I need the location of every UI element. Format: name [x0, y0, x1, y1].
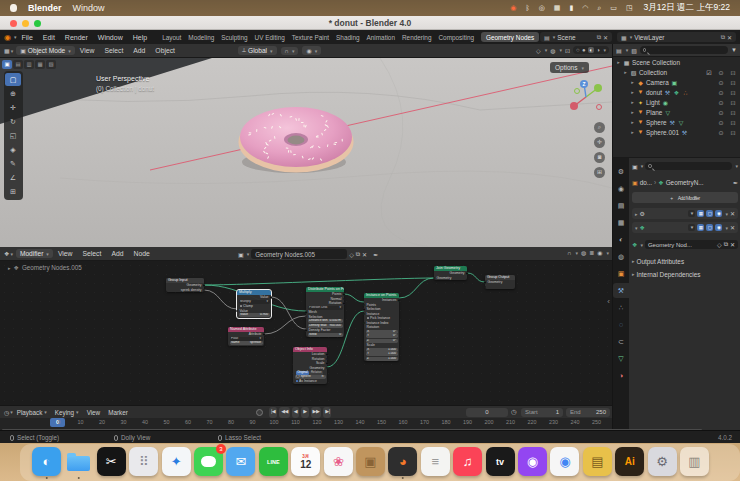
- node-named-attribute[interactable]: Named AttributeAttributeFloat▾Namesprink…: [228, 327, 264, 346]
- control-center-icon[interactable]: ◳: [626, 0, 633, 16]
- workspace-tab-texture-paint[interactable]: Texture Paint: [292, 34, 329, 41]
- editor-type-icon[interactable]: ◷: [4, 409, 9, 416]
- spotlight-icon[interactable]: ⌕: [597, 0, 601, 16]
- display-mode-icon[interactable]: ▤: [616, 47, 622, 54]
- camera-view-icon[interactable]: ◙: [594, 152, 605, 163]
- node-object-info[interactable]: Object InfoLocationRotationScaleGeometry…: [293, 347, 327, 384]
- edit-mode-display-toggle[interactable]: ▼: [688, 210, 695, 217]
- select-mode-subtract[interactable]: ▥: [24, 60, 34, 69]
- input-socket[interactable]: [236, 310, 239, 313]
- overlays-icon[interactable]: ◍: [550, 47, 555, 54]
- expand-icon[interactable]: ▸: [630, 79, 635, 85]
- transform-tool[interactable]: ◈: [5, 143, 21, 156]
- scale-tool[interactable]: ◱: [5, 129, 21, 142]
- display-icon[interactable]: ▭: [610, 0, 617, 16]
- menubar-clock[interactable]: 3月12日 週二 上午9:22: [644, 2, 730, 14]
- select-mode-invert[interactable]: ▦: [35, 60, 45, 69]
- tab-tool[interactable]: ⚙: [613, 164, 629, 179]
- dock-folder-icon[interactable]: [64, 447, 93, 476]
- tab-modifiers[interactable]: ⚒: [613, 283, 629, 298]
- solid-shading-icon[interactable]: ●: [582, 47, 586, 53]
- node-group-input[interactable]: Group InputGeometrysprink density: [166, 278, 204, 292]
- topbar-menu-help[interactable]: Help: [133, 34, 147, 41]
- screen-recording-icon[interactable]: ◉: [510, 0, 516, 16]
- node-tree-icon[interactable]: ❖: [632, 241, 637, 248]
- tab-view-layer[interactable]: ▦: [613, 215, 629, 230]
- window-titlebar[interactable]: * donut - Blender 4.0: [0, 16, 740, 30]
- tab-object-data[interactable]: ▽: [613, 351, 629, 366]
- fake-user-icon[interactable]: ◇: [349, 251, 354, 258]
- gizmos-icon[interactable]: ◇: [536, 47, 541, 54]
- annotate-tool[interactable]: ✎: [5, 157, 21, 170]
- expand-icon[interactable]: ▸: [630, 129, 635, 135]
- input-socket[interactable]: [363, 322, 366, 325]
- properties-search-input[interactable]: [645, 162, 732, 170]
- dock-messages-icon[interactable]: 3: [194, 447, 223, 476]
- render-display-toggle[interactable]: ◉: [715, 224, 722, 231]
- select-mode-extend[interactable]: ▤: [13, 60, 23, 69]
- timeline-menu-keying[interactable]: Keying▾: [55, 409, 79, 416]
- workspace-tab-layout[interactable]: Layout: [162, 34, 181, 41]
- visibility-eye-icon[interactable]: ⊙: [716, 89, 726, 96]
- node-distribute-points-on-faces[interactable]: Distribute Points on FacesPointsNormalRo…: [306, 287, 344, 337]
- tab-physics[interactable]: ◌: [613, 317, 629, 332]
- checkbox-icon[interactable]: ☑: [704, 69, 714, 76]
- tab-scene[interactable]: ◐: [613, 232, 629, 247]
- visibility-eye-icon[interactable]: ⊙: [716, 119, 726, 126]
- select-mode-intersect[interactable]: ▧: [46, 60, 56, 69]
- workspace-tab-sculpting[interactable]: Sculpting: [221, 34, 247, 41]
- expand-icon[interactable]: ▸: [630, 89, 635, 95]
- close-icon[interactable]: ✕: [730, 224, 735, 231]
- dock-capcut-icon[interactable]: ✂: [97, 447, 126, 476]
- node-editor-canvas[interactable]: ▸ ❖ Geometry Nodes.005 Group InputGeomet…: [0, 261, 612, 405]
- add-modifier-button[interactable]: + Add Modifier: [632, 192, 738, 203]
- magnet-icon[interactable]: ∩: [567, 250, 571, 256]
- visibility-eye-icon[interactable]: ⊙: [716, 129, 726, 136]
- output-socket[interactable]: [326, 362, 329, 365]
- node-editor-menu-add[interactable]: Add: [111, 250, 123, 257]
- input-socket[interactable]: [363, 313, 366, 316]
- dock-reminders-icon[interactable]: ≡: [421, 447, 450, 476]
- value-field[interactable]: Namesprinkle: [230, 341, 263, 345]
- copy-icon[interactable]: ⧉: [356, 251, 360, 258]
- topbar-menu-file[interactable]: File: [22, 34, 33, 41]
- dock-finder-icon[interactable]: ◐: [32, 447, 61, 476]
- rotate-tool[interactable]: ↻: [5, 115, 21, 128]
- measure-tool[interactable]: ∠: [5, 171, 21, 184]
- mode-selector[interactable]: ▣ Object Mode ▾: [16, 46, 75, 55]
- dock-mail-icon[interactable]: ✉: [226, 447, 255, 476]
- copy-icon[interactable]: ⧉: [724, 241, 728, 248]
- outliner-row-object-light[interactable]: ▸✦Light◉⊙⊡: [613, 97, 740, 107]
- timeline-menu-view[interactable]: View: [87, 409, 101, 416]
- dock-notes-brown-icon[interactable]: ▣: [356, 447, 385, 476]
- input-socket[interactable]: [305, 311, 308, 314]
- outliner-row-object-plane[interactable]: ▸▼Plane▽⊙⊡: [613, 107, 740, 117]
- next-keyframe-button[interactable]: ▶▶: [311, 407, 322, 418]
- chevron-down-icon[interactable]: ▾: [725, 211, 728, 217]
- new-collection-icon[interactable]: ▧: [631, 47, 637, 54]
- move-tool[interactable]: ✛: [5, 101, 21, 114]
- node-row[interactable]: Value0.900: [237, 313, 271, 318]
- viewport-menu-add[interactable]: Add: [133, 47, 145, 54]
- node-row[interactable]: Seed0: [306, 333, 344, 338]
- workspace-tab-geometry-nodes[interactable]: Geometry Nodes: [481, 32, 539, 42]
- frame-end-field[interactable]: End 250: [566, 408, 610, 417]
- input-socket[interactable]: [433, 277, 436, 280]
- pin-icon[interactable]: ✒: [733, 179, 738, 186]
- transform-orientation-selector[interactable]: ⟂ Global ▾: [238, 46, 277, 55]
- visibility-eye-icon[interactable]: ⊙: [716, 69, 726, 76]
- panel-internal-dependencies[interactable]: ▸ Internal Dependencies: [632, 269, 738, 279]
- tab-particles[interactable]: ∴: [613, 300, 629, 315]
- dock-music-icon[interactable]: ♫: [453, 447, 482, 476]
- arrange-icon[interactable]: ≣: [589, 249, 594, 256]
- tab-constraints[interactable]: ⊂: [613, 334, 629, 349]
- gizmo-neg-x-axis[interactable]: [596, 104, 602, 110]
- edit-mode-display-toggle[interactable]: ▼: [688, 224, 695, 231]
- workspace-tab-shading[interactable]: Shading: [336, 34, 359, 41]
- value-field[interactable]: Z1.000: [366, 357, 398, 361]
- close-icon[interactable]: ✕: [730, 241, 735, 248]
- node-instance-on-points[interactable]: Instance on PointsInstancesPointsSelecti…: [364, 293, 399, 361]
- tweak-select-tool[interactable]: ▢: [5, 73, 21, 86]
- xray-toggle-icon[interactable]: ⊡: [565, 47, 570, 54]
- dock-calendar-icon[interactable]: 3月12: [291, 447, 320, 476]
